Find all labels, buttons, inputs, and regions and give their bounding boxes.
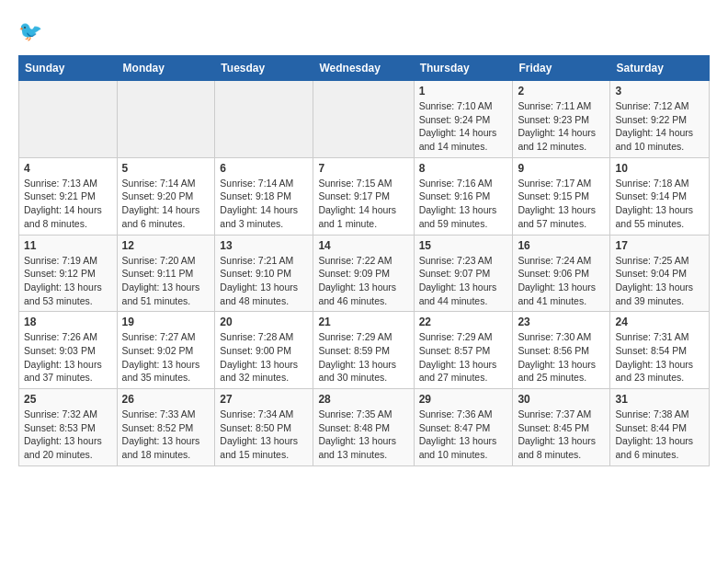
day-info: Sunrise: 7:28 AMSunset: 9:00 PMDaylight:… — [220, 330, 308, 385]
day-info: Sunrise: 7:14 AMSunset: 9:20 PMDaylight:… — [122, 177, 210, 231]
day-number: 5 — [122, 162, 210, 175]
day-info: Sunrise: 7:31 AMSunset: 8:54 PMDaylight:… — [615, 330, 704, 385]
calendar-week-5: 25Sunrise: 7:32 AMSunset: 8:53 PMDayligh… — [19, 389, 710, 466]
calendar-cell: 4Sunrise: 7:13 AMSunset: 9:21 PMDaylight… — [19, 157, 118, 235]
day-number: 17 — [615, 239, 704, 252]
day-info: Sunrise: 7:38 AMSunset: 8:44 PMDaylight:… — [615, 408, 704, 462]
calendar-cell: 12Sunrise: 7:20 AMSunset: 9:11 PMDayligh… — [117, 235, 215, 312]
day-number: 7 — [318, 162, 408, 175]
day-number: 8 — [419, 162, 508, 175]
day-info: Sunrise: 7:24 AMSunset: 9:06 PMDaylight:… — [518, 254, 605, 308]
day-info: Sunrise: 7:25 AMSunset: 9:04 PMDaylight:… — [615, 254, 704, 308]
calendar-cell: 8Sunrise: 7:16 AMSunset: 9:16 PMDaylight… — [414, 157, 513, 235]
calendar-cell: 2Sunrise: 7:11 AMSunset: 9:23 PMDaylight… — [513, 81, 610, 158]
day-number: 14 — [318, 239, 408, 252]
weekday-header-thursday: Thursday — [414, 56, 513, 81]
calendar-cell: 25Sunrise: 7:32 AMSunset: 8:53 PMDayligh… — [19, 389, 118, 466]
day-number: 20 — [220, 316, 308, 328]
calendar-cell: 9Sunrise: 7:17 AMSunset: 9:15 PMDaylight… — [513, 157, 610, 235]
day-number: 26 — [122, 393, 210, 406]
calendar-cell: 20Sunrise: 7:28 AMSunset: 9:00 PMDayligh… — [215, 312, 313, 389]
day-info: Sunrise: 7:19 AMSunset: 9:12 PMDaylight:… — [24, 254, 112, 308]
day-number: 3 — [615, 85, 704, 98]
day-number: 19 — [122, 316, 210, 328]
day-number: 27 — [220, 393, 308, 406]
day-info: Sunrise: 7:15 AMSunset: 9:17 PMDaylight:… — [318, 177, 408, 231]
day-number: 13 — [220, 239, 308, 252]
day-info: Sunrise: 7:32 AMSunset: 8:53 PMDaylight:… — [24, 408, 112, 462]
calendar-cell — [19, 81, 118, 158]
calendar-cell: 29Sunrise: 7:36 AMSunset: 8:47 PMDayligh… — [414, 389, 513, 466]
calendar-cell — [313, 81, 414, 158]
day-info: Sunrise: 7:34 AMSunset: 8:50 PMDaylight:… — [220, 408, 308, 462]
weekday-header-row: SundayMondayTuesdayWednesdayThursdayFrid… — [19, 56, 710, 81]
calendar-cell: 18Sunrise: 7:26 AMSunset: 9:03 PMDayligh… — [19, 312, 118, 389]
day-number: 11 — [24, 239, 112, 252]
calendar-cell: 19Sunrise: 7:27 AMSunset: 9:02 PMDayligh… — [117, 312, 215, 389]
calendar-cell: 23Sunrise: 7:30 AMSunset: 8:56 PMDayligh… — [513, 312, 610, 389]
calendar-cell: 27Sunrise: 7:34 AMSunset: 8:50 PMDayligh… — [215, 389, 313, 466]
day-number: 22 — [419, 316, 508, 328]
calendar-cell: 13Sunrise: 7:21 AMSunset: 9:10 PMDayligh… — [215, 235, 313, 312]
day-info: Sunrise: 7:30 AMSunset: 8:56 PMDaylight:… — [518, 330, 605, 385]
day-info: Sunrise: 7:33 AMSunset: 8:52 PMDaylight:… — [122, 408, 210, 462]
calendar-week-2: 4Sunrise: 7:13 AMSunset: 9:21 PMDaylight… — [19, 157, 710, 235]
day-number: 12 — [122, 239, 210, 252]
day-info: Sunrise: 7:29 AMSunset: 8:57 PMDaylight:… — [419, 330, 508, 385]
calendar-cell: 14Sunrise: 7:22 AMSunset: 9:09 PMDayligh… — [313, 235, 414, 312]
day-number: 6 — [220, 162, 308, 175]
calendar-cell: 10Sunrise: 7:18 AMSunset: 9:14 PMDayligh… — [610, 157, 710, 235]
day-info: Sunrise: 7:12 AMSunset: 9:22 PMDaylight:… — [615, 99, 704, 154]
calendar-cell: 3Sunrise: 7:12 AMSunset: 9:22 PMDaylight… — [610, 81, 710, 158]
day-number: 31 — [615, 393, 704, 406]
calendar-cell: 24Sunrise: 7:31 AMSunset: 8:54 PMDayligh… — [610, 312, 710, 389]
calendar-cell: 6Sunrise: 7:14 AMSunset: 9:18 PMDaylight… — [215, 157, 313, 235]
day-number: 30 — [518, 393, 605, 406]
calendar-cell: 16Sunrise: 7:24 AMSunset: 9:06 PMDayligh… — [513, 235, 610, 312]
calendar-cell: 11Sunrise: 7:19 AMSunset: 9:12 PMDayligh… — [19, 235, 118, 312]
day-number: 18 — [24, 316, 112, 328]
calendar-cell: 1Sunrise: 7:10 AMSunset: 9:24 PMDaylight… — [414, 81, 513, 158]
day-number: 25 — [24, 393, 112, 406]
day-number: 9 — [518, 162, 605, 175]
page-header: 🐦 — [18, 18, 710, 46]
calendar-week-4: 18Sunrise: 7:26 AMSunset: 9:03 PMDayligh… — [19, 312, 710, 389]
day-info: Sunrise: 7:21 AMSunset: 9:10 PMDaylight:… — [220, 254, 308, 308]
svg-text:🐦: 🐦 — [18, 19, 43, 43]
calendar-cell: 7Sunrise: 7:15 AMSunset: 9:17 PMDaylight… — [313, 157, 414, 235]
weekday-header-tuesday: Tuesday — [215, 56, 313, 81]
calendar-cell: 30Sunrise: 7:37 AMSunset: 8:45 PMDayligh… — [513, 389, 610, 466]
calendar-week-3: 11Sunrise: 7:19 AMSunset: 9:12 PMDayligh… — [19, 235, 710, 312]
day-number: 2 — [518, 85, 605, 98]
day-info: Sunrise: 7:10 AMSunset: 9:24 PMDaylight:… — [419, 99, 508, 154]
day-info: Sunrise: 7:22 AMSunset: 9:09 PMDaylight:… — [318, 254, 408, 308]
calendar-cell: 17Sunrise: 7:25 AMSunset: 9:04 PMDayligh… — [610, 235, 710, 312]
day-number: 21 — [318, 316, 408, 328]
day-number: 23 — [518, 316, 605, 328]
day-info: Sunrise: 7:35 AMSunset: 8:48 PMDaylight:… — [318, 408, 408, 462]
day-number: 1 — [419, 85, 508, 98]
logo: 🐦 — [18, 18, 50, 46]
calendar-week-1: 1Sunrise: 7:10 AMSunset: 9:24 PMDaylight… — [19, 81, 710, 158]
weekday-header-saturday: Saturday — [610, 56, 710, 81]
calendar-cell: 22Sunrise: 7:29 AMSunset: 8:57 PMDayligh… — [414, 312, 513, 389]
day-info: Sunrise: 7:29 AMSunset: 8:59 PMDaylight:… — [318, 330, 408, 385]
day-number: 15 — [419, 239, 508, 252]
weekday-header-monday: Monday — [117, 56, 215, 81]
day-number: 16 — [518, 239, 605, 252]
day-info: Sunrise: 7:16 AMSunset: 9:16 PMDaylight:… — [419, 177, 508, 231]
day-info: Sunrise: 7:11 AMSunset: 9:23 PMDaylight:… — [518, 99, 605, 154]
weekday-header-sunday: Sunday — [19, 56, 118, 81]
day-number: 29 — [419, 393, 508, 406]
calendar-cell: 31Sunrise: 7:38 AMSunset: 8:44 PMDayligh… — [610, 389, 710, 466]
day-number: 28 — [318, 393, 408, 406]
calendar-cell — [215, 81, 313, 158]
weekday-header-friday: Friday — [513, 56, 610, 81]
calendar-cell: 28Sunrise: 7:35 AMSunset: 8:48 PMDayligh… — [313, 389, 414, 466]
weekday-header-wednesday: Wednesday — [313, 56, 414, 81]
day-number: 24 — [615, 316, 704, 328]
day-number: 10 — [615, 162, 704, 175]
day-info: Sunrise: 7:18 AMSunset: 9:14 PMDaylight:… — [615, 177, 704, 231]
calendar-cell: 21Sunrise: 7:29 AMSunset: 8:59 PMDayligh… — [313, 312, 414, 389]
calendar-table: SundayMondayTuesdayWednesdayThursdayFrid… — [18, 55, 710, 466]
